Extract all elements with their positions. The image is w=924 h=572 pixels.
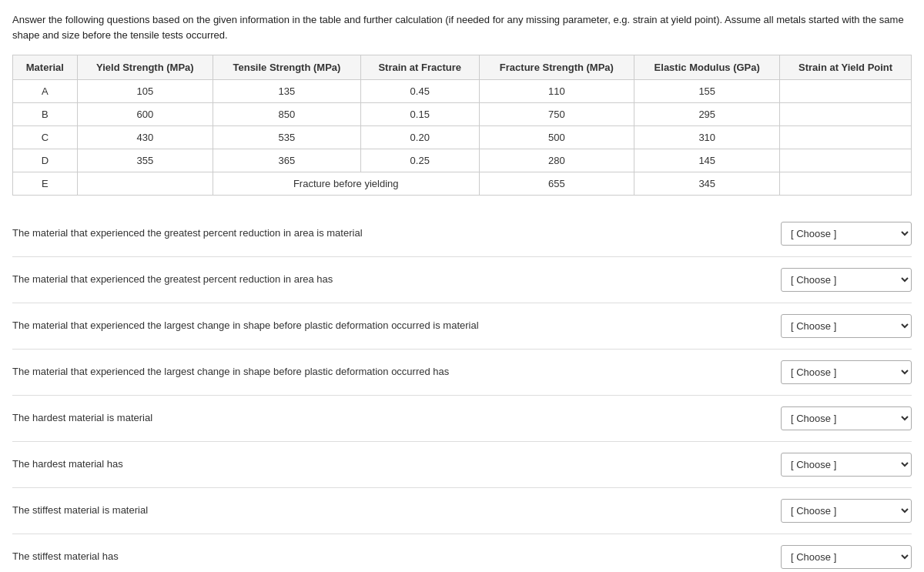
question-text-q6: The hardest material has	[12, 457, 768, 471]
question-text-q3: The material that experienced the larges…	[12, 319, 768, 333]
question-text-q7: The stiffest material is material	[12, 503, 768, 517]
question-row-q3: The material that experienced the larges…	[12, 303, 912, 350]
question-text-q8: The stiffest material has	[12, 550, 768, 564]
table-row: A1051350.45110155	[13, 80, 912, 103]
col-header-material: Material	[13, 55, 78, 80]
col-header-fracture-strength: Fracture Strength (MPa)	[479, 55, 634, 80]
table-row: C4305350.20500310	[13, 126, 912, 149]
question-select-q5[interactable]: [ Choose ]ABCDE	[781, 406, 912, 430]
cell-3: 0.25	[360, 149, 479, 172]
cell-1: 600	[77, 103, 213, 126]
cell-fracture-strength: 655	[479, 172, 634, 196]
cell-2: 535	[213, 126, 360, 149]
question-text-q1: The material that experienced the greate…	[12, 226, 768, 240]
question-select-q1[interactable]: [ Choose ]ABCDE	[781, 222, 912, 246]
cell-tensile-strength: Fracture before yielding	[213, 172, 479, 196]
cell-1: 430	[77, 126, 213, 149]
cell-3: 0.20	[360, 126, 479, 149]
intro-text: Answer the following questions based on …	[12, 12, 912, 42]
question-text-q4: The material that experienced the larges…	[12, 365, 768, 379]
table-row: EFracture before yielding655345	[13, 172, 912, 196]
cell-elastic-modulus: 345	[634, 172, 780, 196]
cell-4: 110	[479, 80, 634, 103]
question-row-q2: The material that experienced the greate…	[12, 257, 912, 303]
questions-section: The material that experienced the greate…	[12, 211, 912, 572]
question-select-q2[interactable]: [ Choose ]ABCDE	[781, 268, 912, 292]
cell-2: 135	[213, 80, 360, 103]
question-text-q5: The hardest material is material	[12, 411, 768, 425]
cell-1: 355	[77, 149, 213, 172]
question-row-q1: The material that experienced the greate…	[12, 211, 912, 257]
col-header-elastic-modulus: Elastic Modulus (GPa)	[634, 55, 780, 80]
cell-0: C	[13, 126, 78, 149]
cell-0: B	[13, 103, 78, 126]
col-header-yield-strength: Yield Strength (MPa)	[77, 55, 213, 80]
cell-yield-strength	[77, 172, 213, 196]
question-select-q4[interactable]: [ Choose ]ABCDE	[781, 360, 912, 384]
cell-3: 0.15	[360, 103, 479, 126]
question-select-q7[interactable]: [ Choose ]ABCDE	[781, 499, 912, 523]
cell-6	[780, 103, 912, 126]
cell-4: 500	[479, 126, 634, 149]
cell-0: D	[13, 149, 78, 172]
table-row: B6008500.15750295	[13, 103, 912, 126]
cell-strain-yield	[780, 172, 912, 196]
question-row-q5: The hardest material is material[ Choose…	[12, 396, 912, 442]
col-header-strain-yield: Strain at Yield Point	[780, 55, 912, 80]
cell-3: 0.45	[360, 80, 479, 103]
question-row-q4: The material that experienced the larges…	[12, 350, 912, 396]
question-text-q2: The material that experienced the greate…	[12, 273, 768, 286]
cell-6	[780, 80, 912, 103]
cell-material: E	[13, 172, 78, 196]
question-row-q7: The stiffest material is material[ Choos…	[12, 488, 912, 534]
cell-6	[780, 149, 912, 172]
cell-1: 105	[77, 80, 213, 103]
data-table: Material Yield Strength (MPa) Tensile St…	[12, 55, 912, 196]
question-row-q8: The stiffest material has[ Choose ]ABCDE	[12, 534, 912, 572]
cell-5: 295	[634, 103, 780, 126]
cell-2: 850	[213, 103, 360, 126]
cell-4: 280	[479, 149, 634, 172]
question-select-q6[interactable]: [ Choose ]ABCDE	[781, 453, 912, 477]
cell-5: 145	[634, 149, 780, 172]
question-row-q6: The hardest material has[ Choose ]ABCDE	[12, 442, 912, 488]
col-header-tensile-strength: Tensile Strength (MPa)	[213, 55, 360, 80]
cell-5: 310	[634, 126, 780, 149]
cell-0: A	[13, 80, 78, 103]
cell-5: 155	[634, 80, 780, 103]
table-row: D3553650.25280145	[13, 149, 912, 172]
question-select-q8[interactable]: [ Choose ]ABCDE	[781, 545, 912, 569]
col-header-strain-fracture: Strain at Fracture	[360, 55, 479, 80]
cell-4: 750	[479, 103, 634, 126]
cell-2: 365	[213, 149, 360, 172]
question-select-q3[interactable]: [ Choose ]ABCDE	[781, 314, 912, 338]
cell-6	[780, 126, 912, 149]
